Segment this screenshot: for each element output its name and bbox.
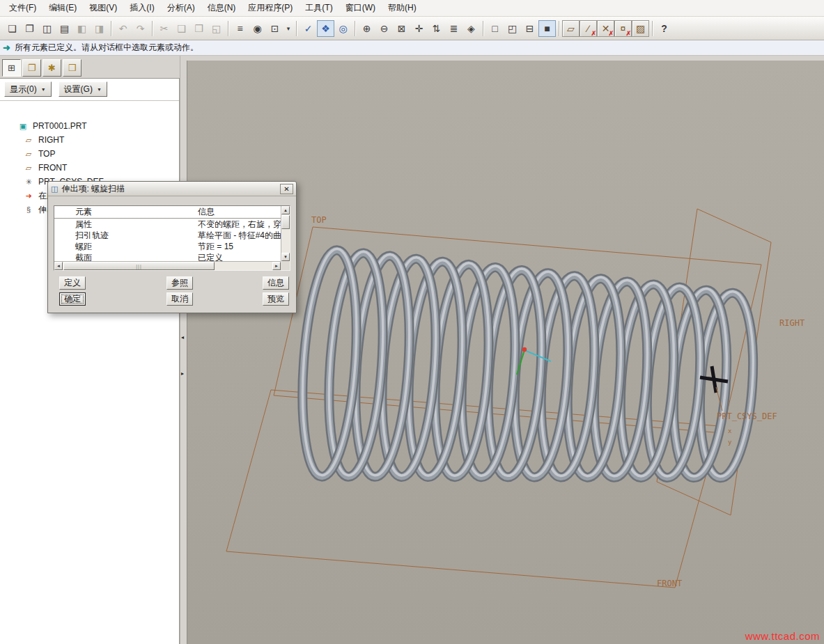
helical-spring-model[interactable] [296,247,759,480]
menu-tools[interactable]: 工具(T) [299,0,339,17]
menu-window[interactable]: 窗口(W) [339,0,382,17]
spin-center-toggle[interactable]: ◎ [334,20,352,37]
expand-right-icon[interactable]: ▸ [181,370,184,377]
cancel-button[interactable]: 取消 [166,292,193,306]
undo-button[interactable]: ↶ [114,20,132,37]
datum-points-toggle[interactable]: ✕ ✗ [597,20,614,37]
tree-item-label: FRONT [38,163,67,173]
cut-button[interactable]: ✂ [155,20,173,37]
table-row[interactable]: 螺距 节距 = 15 [54,241,282,252]
info-cell: 节距 = 15 [194,241,282,252]
find-button[interactable]: ◉ [249,20,266,37]
paste-special-button[interactable]: ◱ [208,20,225,37]
scroll-right-button[interactable]: ► [272,262,281,270]
regenerate-button[interactable]: ❖ [317,20,334,37]
scroll-down-button[interactable]: ▼ [281,253,290,261]
navigator-tabs: ⊞ ❐ ✱ ❒ [0,56,180,78]
model-tree-tab[interactable]: ⊞ [2,59,21,77]
zoom-out-button[interactable]: ⊖ [375,20,393,37]
zoom-in-button[interactable]: ⊕ [358,20,375,37]
copy-button[interactable]: ❑ [173,20,190,37]
table-row[interactable]: 扫引轨迹 草绘平面 - 特征#4的曲面 [54,230,282,241]
menu-help[interactable]: 帮助(H) [382,0,423,17]
datum-csys-toggle[interactable]: ¤ ✗ [614,20,632,37]
selection-filter-dropdown[interactable]: ▾ [283,20,293,37]
connections-tab[interactable]: ❒ [63,59,81,77]
menu-analysis[interactable]: 分析(A) [161,0,201,17]
dialog-title-bar[interactable]: ◫ 伸出项: 螺旋扫描 ✕ [48,182,296,196]
menu-info[interactable]: 信息(N) [201,0,242,17]
scroll-up-button[interactable]: ▲ [281,206,290,214]
tree-item-top-plane[interactable]: ▱ TOP [18,147,179,161]
graphics-viewport[interactable]: TOP RIGHT FRONT PRT_CSYS_DEF x y www.ttc… [187,61,824,644]
repaint-button[interactable]: ✓ [300,20,317,37]
save-button[interactable]: ◫ [38,20,56,37]
shaded-display-button[interactable]: ■ [538,20,556,37]
tree-item-front-plane[interactable]: ▱ FRONT [18,161,179,175]
selection-filter-button[interactable]: ⊡ [266,20,283,37]
toolbar-separator [483,21,483,36]
menu-edit[interactable]: 编辑(E) [42,0,83,17]
annotations-toggle[interactable]: ▨ [632,20,649,37]
red-x-icon: ✗ [625,31,631,37]
help-button[interactable]: ? [655,20,673,37]
dialog-icon: ◫ [51,184,58,194]
tree-item-label: RIGHT [38,135,64,145]
folder-browser-tab[interactable]: ❐ [22,59,41,77]
tree-item-right-plane[interactable]: ▱ RIGHT [18,133,179,147]
tree-item-label: TOP [38,149,55,159]
paste-button[interactable]: ❒ [190,20,208,37]
new-button[interactable]: ❏ [3,20,21,37]
vertical-scroll-thumb[interactable] [281,215,290,229]
scroll-left-button[interactable]: ◄ [54,262,63,270]
layers-button[interactable]: ≣ [445,20,462,37]
right-plane-label: RIGHT [779,318,804,328]
preview-button[interactable]: 预览 [263,292,289,306]
datum-axes-toggle[interactable]: ∕ ✗ [580,20,597,37]
viewport-top-strip [187,56,824,61]
element-table-header: 元素 信息 [54,206,282,219]
erase-display-button[interactable]: ◨ [91,20,108,37]
settings-dropdown-button[interactable]: 设置(G) ▼ [59,81,107,97]
redo-button[interactable]: ↷ [132,20,149,37]
view-manager-button[interactable]: ◈ [462,20,480,37]
chevron-down-icon: ▼ [97,87,102,92]
open-button[interactable]: ❐ [21,20,38,37]
ok-button[interactable]: 确定 [59,292,86,306]
3d-canvas[interactable]: TOP RIGHT FRONT PRT_CSYS_DEF x y [187,61,824,644]
tree-item-part[interactable]: ▣ PRT0001.PRT [18,119,179,133]
model-tree-toggle-button[interactable]: ≡ [231,20,249,37]
define-button[interactable]: 定义 [59,276,86,290]
info-button[interactable]: 信息 [263,276,289,290]
favorites-tab[interactable]: ✱ [42,59,61,77]
print-button[interactable]: ▤ [56,20,73,37]
menu-insert[interactable]: 插入(I) [123,0,160,17]
refit-button[interactable]: ⊠ [393,20,410,37]
no-hidden-display-button[interactable]: ⊟ [521,20,538,37]
show-dropdown-button[interactable]: 显示(0) ▼ [4,81,52,97]
saved-views-button[interactable]: ⇅ [428,20,445,37]
table-horizontal-scrollbar[interactable]: ◄ ||| ► [54,261,281,270]
table-row[interactable]: 属性 不变的螺距，右旋，穿过轴 [54,219,282,230]
print-preview-button[interactable]: ◧ [73,20,91,37]
menu-view[interactable]: 视图(V) [83,0,123,17]
references-button[interactable]: 参照 [166,276,193,290]
dialog-close-button[interactable]: ✕ [280,184,293,194]
datum-plane-icon: ▱ [24,150,33,159]
menu-applications[interactable]: 应用程序(P) [242,0,299,17]
info-cell: 草绘平面 - 特征#4的曲面 [194,230,282,241]
menu-file[interactable]: 文件(F) [3,0,42,17]
wireframe-display-button[interactable]: □ [486,20,504,37]
toolbar-separator [355,21,355,36]
collapse-left-icon[interactable]: ◂ [181,334,184,340]
top-plane-label: TOP [311,215,327,225]
datum-planes-toggle[interactable]: ▱ [562,20,580,37]
toolbar-separator [559,21,559,36]
reorient-button[interactable]: ✛ [410,20,428,37]
panel-splitter[interactable]: ◂ ▸ [180,56,187,644]
table-vertical-scrollbar[interactable]: ▲ ▼ [281,206,290,261]
hidden-line-display-button[interactable]: ◰ [504,20,521,37]
message-bar: ➜ 所有元素已定义。请从对话框中选取元素或动作。 [0,40,824,56]
horizontal-scroll-thumb[interactable]: ||| [63,262,215,270]
toolbar-separator [228,21,228,36]
